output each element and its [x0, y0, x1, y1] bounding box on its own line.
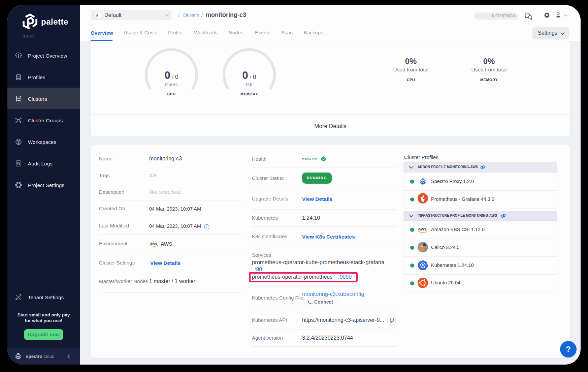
svg-text:aws: aws [418, 226, 427, 231]
svg-text:aws: aws [150, 241, 157, 245]
